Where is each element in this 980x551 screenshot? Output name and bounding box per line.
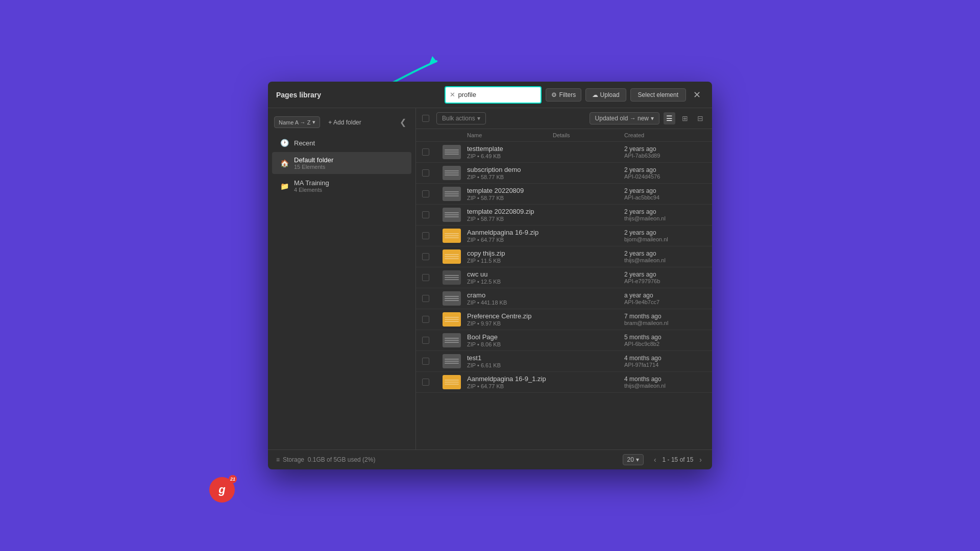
file-created-date: 2 years ago bbox=[624, 208, 706, 215]
file-created-by: API-ac5bbc94 bbox=[624, 194, 706, 201]
table-row[interactable]: Aanmeldpagina 16-9.zip ZIP • 64.77 KB 2 … bbox=[416, 226, 712, 246]
file-name: Aanmeldpagina 16-9.zip bbox=[467, 229, 553, 236]
file-table: testtemplate ZIP • 6.49 KB 2 years ago A… bbox=[416, 142, 712, 449]
file-thumbnail bbox=[443, 375, 461, 389]
file-size: ZIP • 441.18 KB bbox=[467, 299, 553, 306]
table-row[interactable]: copy thijs.zip ZIP • 11.5 KB 2 years ago… bbox=[416, 246, 712, 267]
file-size: ZIP • 58.77 KB bbox=[467, 195, 553, 201]
file-size: ZIP • 12.5 KB bbox=[467, 279, 553, 285]
row-checkbox[interactable] bbox=[422, 379, 443, 386]
file-created-cell: 2 years ago API-7ab63d89 bbox=[624, 145, 706, 159]
file-name-cell: subscription demo ZIP • 58.77 KB bbox=[467, 166, 553, 180]
file-created-date: 2 years ago bbox=[624, 271, 706, 278]
tile-view-button[interactable]: ⊟ bbox=[695, 112, 706, 124]
file-created-cell: 2 years ago API-024d4576 bbox=[624, 166, 706, 180]
home-icon: 🏠 bbox=[280, 159, 289, 167]
table-row[interactable]: testtemplate ZIP • 6.49 KB 2 years ago A… bbox=[416, 142, 712, 163]
sort-updated-button[interactable]: Updated old → new ▾ bbox=[590, 112, 659, 124]
select-element-button[interactable]: Select element bbox=[630, 88, 686, 102]
main-content: Bulk actions ▾ Updated old → new ▾ ☰ ⊞ ⊟ bbox=[416, 108, 712, 449]
grid-view-button[interactable]: ⊞ bbox=[679, 112, 691, 124]
select-all-checkbox[interactable] bbox=[422, 115, 432, 122]
file-name: cwc uu bbox=[467, 270, 553, 278]
file-created-date: 4 months ago bbox=[624, 375, 706, 383]
file-created-by: thijs@maileon.nl bbox=[624, 383, 706, 389]
file-size: ZIP • 58.77 KB bbox=[467, 216, 553, 222]
g-logo: g 21 bbox=[209, 477, 235, 503]
row-checkbox[interactable] bbox=[422, 253, 443, 260]
row-checkbox[interactable] bbox=[422, 358, 443, 365]
file-name-cell: Aanmeldpagina 16-9.zip ZIP • 64.77 KB bbox=[467, 229, 553, 243]
file-thumbnail bbox=[443, 145, 461, 159]
row-checkbox[interactable] bbox=[422, 337, 443, 344]
file-created-cell: a year ago API-9e4b7cc7 bbox=[624, 292, 706, 305]
file-created-cell: 4 months ago API-97fa1714 bbox=[624, 355, 706, 368]
file-created-cell: 7 months ago bram@maileon.nl bbox=[624, 313, 706, 326]
row-checkbox[interactable] bbox=[422, 295, 443, 302]
col-header-created: Created bbox=[624, 132, 706, 138]
add-folder-button[interactable]: + Add folder bbox=[324, 117, 365, 128]
file-thumbnail bbox=[443, 291, 461, 306]
file-created-date: 4 months ago bbox=[624, 355, 706, 362]
file-thumbnail bbox=[443, 312, 461, 327]
row-checkbox[interactable] bbox=[422, 274, 443, 281]
table-row[interactable]: Aanmeldpagina 16-9_1.zip ZIP • 64.77 KB … bbox=[416, 372, 712, 393]
row-checkbox[interactable] bbox=[422, 232, 443, 239]
pagination: ‹ 1 - 15 of 15 › bbox=[652, 455, 704, 465]
row-checkbox[interactable] bbox=[422, 169, 443, 177]
file-created-date: 2 years ago bbox=[624, 229, 706, 236]
storage-label: Storage bbox=[283, 456, 304, 463]
table-row[interactable]: test1 ZIP • 6.61 KB 4 months ago API-97f… bbox=[416, 351, 712, 372]
table-row[interactable]: cwc uu ZIP • 12.5 KB 2 years ago API-e79… bbox=[416, 267, 712, 288]
row-checkbox[interactable] bbox=[422, 316, 443, 323]
list-view-button[interactable]: ☰ bbox=[664, 112, 675, 124]
prev-page-button[interactable]: ‹ bbox=[652, 455, 658, 465]
search-input[interactable]: profile bbox=[458, 91, 536, 98]
modal-footer: ≡ Storage 0.1GB of 5GB used (2%) 20 ▾ ‹ … bbox=[268, 449, 712, 469]
table-row[interactable]: cramo ZIP • 441.18 KB a year ago API-9e4… bbox=[416, 288, 712, 309]
file-thumbnail bbox=[443, 229, 461, 243]
file-name: copy thijs.zip bbox=[467, 249, 553, 257]
file-created-by: API-6bc9c8b2 bbox=[624, 341, 706, 347]
row-checkbox[interactable] bbox=[422, 211, 443, 218]
close-button[interactable]: ✕ bbox=[690, 87, 704, 103]
row-checkbox[interactable] bbox=[422, 190, 443, 197]
file-created-by: API-97fa1714 bbox=[624, 362, 706, 368]
file-thumbnail bbox=[443, 270, 461, 285]
upload-button[interactable]: ☁ Upload bbox=[585, 88, 626, 102]
search-clear-button[interactable]: ✕ bbox=[450, 91, 455, 98]
file-name: Preference Centre.zip bbox=[467, 312, 553, 320]
table-row[interactable]: template 20220809.zip ZIP • 58.77 KB 2 y… bbox=[416, 205, 712, 226]
table-row[interactable]: template 20220809 ZIP • 58.77 KB 2 years… bbox=[416, 184, 712, 205]
sidebar-item-default-folder[interactable]: 🏠 Default folder 15 Elements bbox=[272, 152, 411, 174]
file-created-cell: 2 years ago API-e797976b bbox=[624, 271, 706, 284]
per-page-button[interactable]: 20 ▾ bbox=[623, 454, 644, 465]
file-thumbnail bbox=[443, 354, 461, 368]
svg-marker-0 bbox=[429, 56, 436, 65]
file-name: template 20220809.zip bbox=[467, 208, 553, 215]
file-name-cell: template 20220809.zip ZIP • 58.77 KB bbox=[467, 208, 553, 222]
file-name-cell: test1 ZIP • 6.61 KB bbox=[467, 354, 553, 368]
sidebar-collapse-button[interactable]: ❮ bbox=[397, 116, 409, 128]
bulk-actions-button[interactable]: Bulk actions ▾ bbox=[436, 112, 486, 124]
filters-button[interactable]: ⚙ Filters bbox=[546, 88, 582, 102]
file-name-cell: Aanmeldpagina 16-9_1.zip ZIP • 64.77 KB bbox=[467, 375, 553, 389]
g-badge: 21 bbox=[229, 475, 237, 483]
file-created-cell: 2 years ago bjorn@maileon.nl bbox=[624, 229, 706, 242]
file-created-cell: 5 months ago API-6bc9c8b2 bbox=[624, 334, 706, 347]
modal-header: Pages library ✕ profile ⚙ Filters ☁ Uplo… bbox=[268, 82, 712, 108]
file-created-by: API-9e4b7cc7 bbox=[624, 299, 706, 305]
table-row[interactable]: subscription demo ZIP • 58.77 KB 2 years… bbox=[416, 163, 712, 184]
table-row[interactable]: Bool Page ZIP • 8.06 KB 5 months ago API… bbox=[416, 330, 712, 351]
col-header-check bbox=[422, 132, 443, 138]
sort-button[interactable]: Name A → Z ▾ bbox=[274, 116, 320, 128]
next-page-button[interactable]: › bbox=[697, 455, 704, 465]
sidebar-item-ma-training[interactable]: 📁 MA Training 4 Elements bbox=[272, 175, 411, 197]
file-created-by: bjorn@maileon.nl bbox=[624, 236, 706, 242]
file-size: ZIP • 6.49 KB bbox=[467, 153, 553, 159]
table-row[interactable]: Preference Centre.zip ZIP • 9.97 KB 7 mo… bbox=[416, 309, 712, 330]
file-size: ZIP • 8.06 KB bbox=[467, 341, 553, 347]
file-size: ZIP • 64.77 KB bbox=[467, 237, 553, 243]
row-checkbox[interactable] bbox=[422, 148, 443, 156]
sidebar-item-recent[interactable]: 🕐 Recent bbox=[272, 135, 411, 151]
